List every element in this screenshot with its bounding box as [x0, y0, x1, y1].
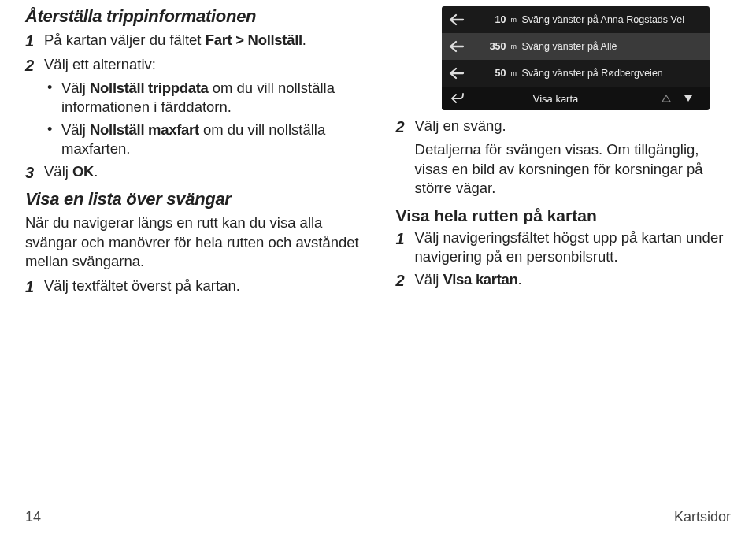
bullet-text: Välj Nollställ trippdata om du vill noll… — [61, 79, 374, 117]
step-1c: 1 Välj navigeringsfältet högst upp på ka… — [396, 228, 731, 267]
page-number: 14 — [25, 509, 41, 525]
bullet-item: • Välj Nollställ maxfart om du vill noll… — [47, 121, 374, 159]
bullet-text: Välj Nollställ maxfart om du vill nollst… — [61, 121, 374, 159]
page-footer: 14 Kartsidor — [25, 509, 731, 525]
step-text: Välj OK. — [44, 162, 98, 181]
turn-distance: 10 — [473, 14, 510, 25]
step-2c: 2 Välj Visa kartan. — [396, 270, 731, 291]
step-text: På kartan väljer du fältet Fart > Nollst… — [44, 31, 306, 50]
heading-reset-trip: Återställa trippinformationen — [25, 6, 374, 26]
turn-left-icon — [442, 60, 473, 87]
step-number: 2 — [25, 55, 44, 76]
text: Välj — [44, 163, 72, 180]
heading-turn-list: Visa en lista över svängar — [25, 189, 374, 209]
step-number: 2 — [396, 117, 415, 137]
arrow-up-icon — [661, 94, 672, 103]
turn-distance: 350 — [473, 41, 510, 52]
device-bottom-bar: Visa karta — [442, 87, 710, 110]
bold-text: Nollställ maxfart — [90, 121, 199, 138]
text: Välj — [415, 271, 443, 288]
text: . — [518, 271, 522, 288]
text: Välj — [61, 121, 90, 138]
show-map-label: Visa karta — [473, 93, 653, 105]
back-icon — [442, 92, 473, 105]
text: Välj — [61, 80, 90, 96]
step-number: 1 — [396, 228, 415, 249]
bold-text: Visa kartan — [443, 271, 518, 288]
turn-text: Sväng vänster på Rødbergveien — [517, 68, 710, 79]
step-text: Välj ett alternativ: — [44, 55, 156, 74]
scroll-arrows — [653, 94, 710, 103]
arrow-down-icon — [683, 94, 694, 103]
turn-distance: 50 — [473, 68, 510, 79]
text: . — [94, 163, 98, 180]
paragraph: Detaljerna för svängen visas. Om tillgän… — [415, 140, 731, 198]
bold-text: Fart > Nollställ — [206, 32, 302, 48]
turn-row: 50 m Sväng vänster på Rødbergveien — [442, 60, 710, 87]
turn-text: Sväng vänster på Anna Rogstads Vei — [517, 14, 710, 25]
step-text: Välj Visa kartan. — [415, 270, 522, 289]
bullet-list: • Välj Nollställ trippdata om du vill no… — [47, 79, 374, 159]
text: . — [302, 32, 306, 48]
turn-unit: m — [510, 69, 517, 77]
right-column: 10 m Sväng vänster på Anna Rogstads Vei … — [396, 6, 731, 300]
step-1: 1 På kartan väljer du fältet Fart > Noll… — [25, 31, 374, 51]
text: På kartan väljer du fältet — [44, 32, 206, 48]
step-2r: 2 Välj en sväng. — [396, 117, 731, 137]
heading-whole-route: Visa hela rutten på kartan — [396, 206, 731, 225]
device-screenshot: 10 m Sväng vänster på Anna Rogstads Vei … — [442, 6, 710, 110]
turn-unit: m — [510, 16, 517, 24]
turn-row: 350 m Sväng vänster på Allé — [442, 33, 710, 60]
left-column: Återställa trippinformationen 1 På karta… — [25, 6, 374, 300]
paragraph: När du navigerar längs en rutt kan du vi… — [25, 213, 374, 271]
turn-text: Sväng vänster på Allé — [517, 41, 710, 52]
step-2: 2 Välj ett alternativ: — [25, 55, 374, 76]
step-number: 3 — [25, 162, 44, 183]
section-name: Kartsidor — [674, 509, 731, 525]
turn-left-icon — [442, 33, 473, 60]
step-text: Välj navigeringsfältet högst upp på kart… — [415, 228, 731, 267]
turn-unit: m — [510, 43, 517, 50]
bullet-dot: • — [47, 121, 61, 139]
bullet-dot: • — [47, 79, 61, 98]
step-text: Välj en sväng. — [415, 117, 506, 135]
step-1b: 1 Välj textfältet överst på kartan. — [25, 276, 374, 297]
bullet-item: • Välj Nollställ trippdata om du vill no… — [47, 79, 374, 117]
bold-text: OK — [72, 163, 94, 180]
step-text: Välj textfältet överst på kartan. — [44, 276, 240, 295]
step-3: 3 Välj OK. — [25, 162, 374, 183]
bold-text: Nollställ trippdata — [90, 80, 209, 96]
step-number: 2 — [396, 270, 415, 291]
step-number: 1 — [25, 276, 44, 297]
turn-left-icon — [442, 6, 473, 33]
step-number: 1 — [25, 31, 44, 51]
turn-row: 10 m Sväng vänster på Anna Rogstads Vei — [442, 6, 710, 33]
